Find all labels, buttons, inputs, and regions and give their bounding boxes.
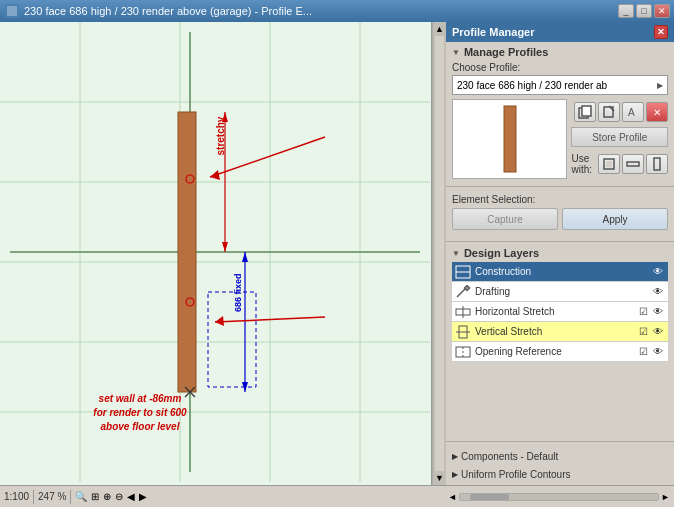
layer-hstretch-name: Horizontal Stretch xyxy=(475,306,636,317)
manage-profiles-header: ▼ Manage Profiles xyxy=(452,46,668,58)
svg-rect-1 xyxy=(7,6,17,16)
nav-fit-icon[interactable]: ⊞ xyxy=(91,491,99,502)
drawing-scrollbar-vertical[interactable]: ▲ ▼ xyxy=(432,22,446,485)
wall-note-annotation: set wall at -86mmfor render to sit 600ab… xyxy=(60,392,220,434)
scroll-down-btn[interactable]: ▼ xyxy=(433,473,446,485)
svg-rect-13 xyxy=(178,112,196,392)
svg-marker-18 xyxy=(242,252,248,262)
layer-row-horizontal-stretch[interactable]: Horizontal Stretch ☑ 👁 xyxy=(452,302,668,322)
rename-button[interactable]: A xyxy=(622,102,644,122)
svg-rect-37 xyxy=(627,162,639,166)
maximize-button[interactable]: □ xyxy=(636,4,652,18)
window-title: 230 face 686 high / 230 render above (ga… xyxy=(24,5,618,17)
bottom-scrollbar[interactable]: ◄ ► xyxy=(444,486,674,507)
components-default-label: Components - Default xyxy=(461,451,558,462)
nav-prev-icon[interactable]: ◀ xyxy=(127,491,135,502)
copy2-button[interactable] xyxy=(598,102,620,122)
manage-profiles-label: Manage Profiles xyxy=(464,46,548,58)
use-with-column-button[interactable] xyxy=(646,154,668,174)
layer-opening-checkbox[interactable]: ☑ xyxy=(636,346,650,357)
svg-text:A: A xyxy=(628,107,635,118)
element-selection-label: Element Selection: xyxy=(452,194,668,205)
svg-rect-29 xyxy=(504,106,516,172)
bottom-collapsible-sections: ▶ Components - Default ▶ Uniform Profile… xyxy=(446,445,674,485)
layer-row-drafting[interactable]: Drafting 👁 xyxy=(452,282,668,302)
element-selection-section: Element Selection: Capture Apply xyxy=(446,190,674,238)
layer-drafting-name: Drafting xyxy=(475,286,650,297)
capture-button[interactable]: Capture xyxy=(452,208,558,230)
layer-row-opening-reference[interactable]: Opening Reference ☑ 👁 xyxy=(452,342,668,362)
profile-dropdown[interactable]: 230 face 686 high / 230 render above ...… xyxy=(452,75,668,95)
nav-search-icon[interactable]: 🔍 xyxy=(75,491,87,502)
dropdown-arrow-icon: ▶ xyxy=(657,81,663,90)
use-with-icons xyxy=(598,154,668,174)
layer-opening-eye-icon[interactable]: 👁 xyxy=(650,346,666,357)
status-bar: 1:100 247 % 🔍 ⊞ ⊕ ⊖ ◀ ▶ ◄ ► xyxy=(0,485,674,507)
scroll-right-btn[interactable]: ► xyxy=(661,492,670,502)
use-with-floor-button[interactable] xyxy=(622,154,644,174)
layer-vstretch-icon xyxy=(454,324,472,340)
triangle-icon: ▼ xyxy=(452,48,460,57)
fixed-annotation: 686 fixed xyxy=(233,273,243,312)
components-default-row[interactable]: ▶ Components - Default xyxy=(452,447,668,465)
svg-rect-28 xyxy=(208,292,256,387)
profile-dropdown-value: 230 face 686 high / 230 render above ... xyxy=(457,80,607,91)
store-profile-button[interactable]: Store Profile xyxy=(571,127,668,147)
panel-close-button[interactable]: ✕ xyxy=(654,25,668,39)
uniform-profile-row[interactable]: ▶ Uniform Profile Contours xyxy=(452,465,668,483)
design-layers-header: ▼ Design Layers xyxy=(452,247,668,259)
layer-drafting-eye-icon[interactable]: 👁 xyxy=(650,286,666,297)
zoom-label: 247 % xyxy=(38,491,66,502)
sep1 xyxy=(33,490,34,504)
layer-row-vertical-stretch[interactable]: Vertical Stretch ☑ 👁 xyxy=(452,322,668,342)
layers-triangle-icon: ▼ xyxy=(452,249,460,258)
scale-label: 1:100 xyxy=(4,491,29,502)
panel-title: Profile Manager xyxy=(452,26,535,38)
scroll-thumb xyxy=(435,36,444,471)
divider2 xyxy=(446,241,674,242)
layer-vstretch-checkbox[interactable]: ☑ xyxy=(636,326,650,337)
sep2 xyxy=(70,490,71,504)
layer-construction-name: Construction xyxy=(475,266,650,277)
minimize-button[interactable]: _ xyxy=(618,4,634,18)
uniform-profile-label: Uniform Profile Contours xyxy=(461,469,570,480)
drawing-canvas[interactable]: stretchy 686 fixed set wall at -86mmfor … xyxy=(0,22,432,485)
use-with-row: Use with: xyxy=(571,153,668,175)
layer-vstretch-eye-icon[interactable]: 👁 xyxy=(650,326,666,337)
layer-hstretch-eye-icon[interactable]: 👁 xyxy=(650,306,666,317)
panel-title-bar: Profile Manager ✕ xyxy=(446,22,674,42)
element-button-row: Capture Apply xyxy=(452,208,668,230)
preview-svg xyxy=(490,104,530,174)
layer-hstretch-checkbox[interactable]: ☑ xyxy=(636,306,650,317)
uniform-arrow-icon: ▶ xyxy=(452,470,458,479)
scroll-left-btn[interactable]: ◄ xyxy=(448,492,457,502)
svg-rect-38 xyxy=(654,158,660,170)
use-with-wall-button[interactable] xyxy=(598,154,620,174)
manage-profiles-section: ▼ Manage Profiles Choose Profile: 230 fa… xyxy=(446,42,674,183)
layer-opening-name: Opening Reference xyxy=(475,346,636,357)
app-icon xyxy=(4,3,20,19)
layer-row-construction[interactable]: Construction 👁 xyxy=(452,262,668,282)
scroll-up-btn[interactable]: ▲ xyxy=(433,22,446,34)
window-controls: _ □ ✕ xyxy=(618,4,670,18)
copy1-button[interactable] xyxy=(574,102,596,122)
svg-marker-16 xyxy=(222,242,228,252)
delete-button[interactable]: ✕ xyxy=(646,102,668,122)
apply-button[interactable]: Apply xyxy=(562,208,668,230)
layer-construction-icon xyxy=(454,264,472,280)
scale-section: 1:100 247 % 🔍 ⊞ ⊕ ⊖ ◀ ▶ xyxy=(0,486,151,507)
scroll-thumb-h xyxy=(470,494,510,500)
nav-zoom-out-icon[interactable]: ⊖ xyxy=(115,491,123,502)
layer-construction-eye-icon[interactable]: 👁 xyxy=(650,266,666,277)
svg-rect-36 xyxy=(606,161,612,167)
toolbar-row1: A ✕ xyxy=(571,102,668,122)
nav-zoom-in-icon[interactable]: ⊕ xyxy=(103,491,111,502)
layer-vstretch-name: Vertical Stretch xyxy=(475,326,636,337)
nav-next-icon[interactable]: ▶ xyxy=(139,491,147,502)
components-arrow-icon: ▶ xyxy=(452,452,458,461)
close-button[interactable]: ✕ xyxy=(654,4,670,18)
layer-opening-icon xyxy=(454,344,472,360)
svg-marker-23 xyxy=(215,316,224,326)
use-with-label: Use with: xyxy=(571,153,592,175)
status-spacer xyxy=(151,486,444,507)
